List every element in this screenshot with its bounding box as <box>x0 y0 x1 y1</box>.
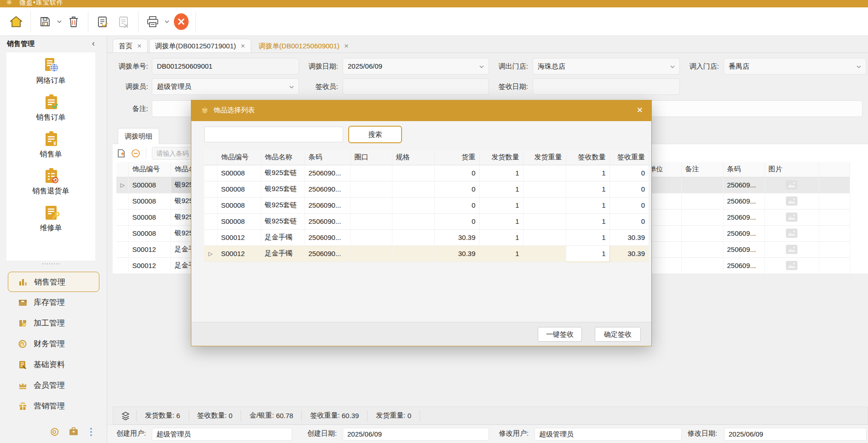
column-header[interactable]: 条码 <box>723 162 765 177</box>
sidebar-collapse-icon[interactable]: ‹ <box>92 39 95 48</box>
receiver-field[interactable] <box>343 78 489 95</box>
briefcase-icon[interactable] <box>69 427 78 436</box>
column-header[interactable]: 饰品编号 <box>217 150 261 165</box>
table-cell <box>681 241 723 257</box>
save-dropdown-chevron[interactable] <box>56 11 63 32</box>
table-cell: 1 <box>566 197 609 213</box>
table-row[interactable]: S00012足金手镯2506090...30.391130.39 <box>204 229 649 245</box>
modified-by-label: 修改用户: <box>499 429 529 438</box>
table-row[interactable]: S00008银925套链2506090...0110 <box>204 197 649 213</box>
table-cell: S00008 <box>217 165 261 181</box>
table-cell <box>204 213 217 229</box>
out-store-select[interactable]: 海珠总店 <box>533 58 680 75</box>
module-finance[interactable]: ¥ 财务管理 <box>0 333 107 354</box>
table-cell <box>523 197 566 213</box>
table-cell <box>523 165 566 181</box>
module-base-data[interactable]: 基础资料 <box>0 354 107 375</box>
box-icon <box>18 298 27 307</box>
column-header[interactable]: 图片 <box>765 162 819 177</box>
table-cell: 1 <box>566 229 609 245</box>
table-row[interactable]: ▷S00012足金手镯2506090...30.391130.39 <box>204 245 649 262</box>
column-header[interactable]: 条码 <box>305 150 351 165</box>
module-marketing[interactable]: 营销管理 <box>0 396 107 416</box>
editable-cell[interactable]: 1 <box>566 245 609 262</box>
table-cell: 2506090... <box>305 245 351 262</box>
table-cell: S00008 <box>217 181 261 197</box>
tab-close-icon[interactable]: ✕ <box>137 43 142 49</box>
row-marker: ▷ <box>204 245 217 262</box>
table-cell: S00008 <box>217 213 261 229</box>
column-header[interactable] <box>116 162 128 177</box>
column-header[interactable]: 货重 <box>434 150 479 165</box>
sidebar-item-sales[interactable]: ¥ 销售单 <box>6 126 95 163</box>
column-header[interactable]: 圈口 <box>351 150 392 165</box>
sidebar-item-label: 销售订单 <box>36 113 66 122</box>
column-header[interactable] <box>204 150 217 165</box>
image-placeholder-icon <box>765 193 819 209</box>
sidebar-item-network-order[interactable]: 网络订单 <box>6 52 95 89</box>
sidebar-item-sales-order[interactable]: 销售订单 <box>6 89 95 126</box>
tab-transfer-detail[interactable]: 调拨明细 <box>118 128 159 144</box>
table-cell: 2506090... <box>305 229 351 245</box>
tab-home[interactable]: 首页 ✕ <box>113 39 148 53</box>
print-dropdown-chevron[interactable] <box>163 11 171 32</box>
module-sales[interactable]: 销售管理 <box>8 272 99 292</box>
in-store-select[interactable]: 番禺店 <box>724 58 866 75</box>
settings-gear-icon[interactable] <box>50 427 59 437</box>
column-header[interactable]: 饰品名称 <box>261 150 305 165</box>
column-header[interactable]: 规格 <box>392 150 434 165</box>
table-cell: S00012 <box>217 245 261 262</box>
column-header[interactable] <box>819 162 850 177</box>
layers-icon[interactable] <box>121 411 130 420</box>
delete-button[interactable] <box>63 11 84 32</box>
column-header[interactable]: 备注 <box>681 162 723 177</box>
tab-close-icon[interactable]: ✕ <box>241 43 245 49</box>
tab-transfer-609001[interactable]: 调拨单(DB001250609001) ✕ <box>253 39 355 53</box>
column-header[interactable]: 签收数量 <box>566 150 609 165</box>
transfer-date-select[interactable]: 2025/06/09 <box>343 58 489 75</box>
receive-date-field[interactable] <box>533 78 680 95</box>
module-processing[interactable]: 加工管理 <box>0 313 107 333</box>
module-inventory[interactable]: 库存管理 <box>0 292 107 313</box>
column-header[interactable]: 发货数量 <box>479 150 523 165</box>
table-cell: 2506090... <box>305 197 351 213</box>
table-cell: 1 <box>566 165 609 181</box>
table-row[interactable]: S00008银925套链2506090...0110 <box>204 181 649 197</box>
column-header[interactable]: 签收重量 <box>609 150 649 165</box>
unaudit-button[interactable] <box>113 11 134 32</box>
confirm-sign-button[interactable]: 确定签收 <box>595 327 641 342</box>
module-members[interactable]: 会员管理 <box>0 375 107 396</box>
table-cell: 30.39 <box>609 229 649 245</box>
home-button[interactable] <box>6 11 27 32</box>
table-row[interactable]: S00008银925套链2506090...0110 <box>204 213 649 229</box>
close-doc-button[interactable] <box>171 11 192 32</box>
image-placeholder-icon <box>765 209 819 225</box>
table-cell <box>204 165 217 181</box>
table-cell: 0 <box>609 197 649 213</box>
add-row-icon[interactable] <box>116 148 126 158</box>
image-placeholder-icon <box>765 241 819 257</box>
dialog-close-icon[interactable]: ✕ <box>637 105 643 115</box>
sidebar-item-repair[interactable]: 维修单 <box>6 200 95 237</box>
save-button[interactable] <box>34 11 56 32</box>
tab-close-icon[interactable]: ✕ <box>344 43 349 49</box>
more-options-icon[interactable] <box>90 427 92 437</box>
dialog-search-input[interactable] <box>204 127 343 142</box>
transfer-person-select[interactable]: 超级管理员 <box>152 78 299 95</box>
batch-sign-button[interactable]: 一键签收 <box>538 327 582 342</box>
created-by-value: 超级管理员 <box>152 428 292 441</box>
remove-row-icon[interactable] <box>131 149 140 158</box>
table-row[interactable]: S00008银925套链2506090...0110 <box>204 165 649 181</box>
receive-date-label: 签收日期: <box>477 78 528 95</box>
clipboard-return-icon <box>42 167 60 185</box>
print-button[interactable] <box>142 11 163 32</box>
column-header[interactable]: 饰品编号 <box>128 162 171 177</box>
search-button[interactable]: 搜索 <box>348 126 402 143</box>
column-header[interactable]: 发货重量 <box>523 150 566 165</box>
audit-button[interactable] <box>92 11 113 32</box>
sidebar-splitter-handle[interactable] <box>6 263 95 264</box>
table-cell: 250609... <box>723 177 765 193</box>
transfer-no-field[interactable]: DB001250609001 <box>152 58 299 75</box>
tab-transfer-719001[interactable]: 调拨单(DB001250719001) ✕ <box>149 39 251 53</box>
sidebar-item-sales-return[interactable]: 销售退货单 <box>6 163 95 200</box>
